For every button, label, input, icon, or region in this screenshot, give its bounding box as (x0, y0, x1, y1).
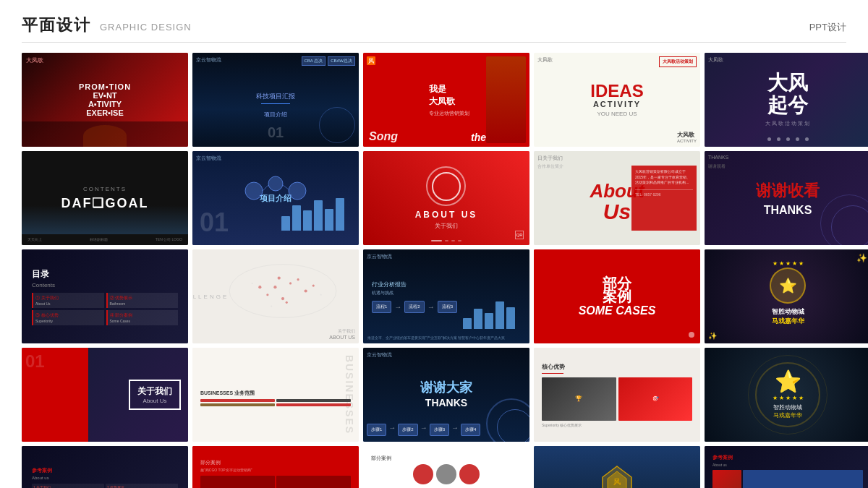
slide-19-img2: 🎯 (652, 395, 659, 402)
slide-9[interactable]: 日关于我们 合作单位简介 About Us 大凤歌营销策划有限公司成立于2015… (534, 151, 700, 245)
slide-5-brand-label: 大凤歌 (708, 56, 723, 64)
slide-4[interactable]: 大风歌 IDEAS ACTIVITY YOU NEED US 大风歌活动策划 大… (534, 53, 700, 147)
slide-21-en: About us (32, 476, 178, 480)
svg-point-1 (268, 176, 283, 191)
slide-19-sub: Superiority 核心优势展示 (542, 423, 692, 427)
slide-4-tagline: YOU NEED US (590, 111, 643, 117)
slide-13-box1: 流程1 (372, 301, 391, 313)
slide-14[interactable]: 部分 案例 SOME CASES (534, 249, 700, 343)
slide-11-title: 目录 (32, 268, 178, 281)
slide-14-cn2: 案例 (579, 290, 656, 303)
slide-21-item2: 2 优势展示 (107, 485, 176, 489)
svg-point-12 (258, 286, 261, 288)
slide-10[interactable]: THANKS 谢谢观看 谢谢收看 THANKS (705, 151, 868, 245)
slide-18-arr2: → (420, 424, 427, 436)
slide-20-stars: ★★★★★ (773, 395, 804, 401)
slide-19-title: 核心优势 (542, 363, 692, 371)
slide-11-num2: ② 优势展示 (110, 295, 176, 301)
header-right: PPT设计 (809, 21, 846, 34)
slide-20-text: 智胜动物城 (773, 403, 804, 411)
slide-10-thanks-cn: 谢谢收看 (756, 180, 820, 202)
svg-point-2 (289, 182, 306, 200)
slide-20[interactable]: ⭐ ★★★★★ 智胜动物城 马戏嘉年华 (705, 348, 868, 442)
slide-13-desc: 推进全市、全产业链的落车是要实现"产业互联"解决方案 智慧客户中心获年度产品大奖 (367, 335, 525, 340)
slide-2-proj: 项目介绍 (264, 111, 287, 141)
header: 平面设计 GRAPHIC DESIGN PPT设计 (22, 14, 846, 36)
slide-23[interactable]: 部分案例 Some Cases 案例展示 (363, 446, 529, 488)
slide-18-en: THANKS (420, 397, 472, 408)
slide-7-brand: 京云智物流 (196, 155, 221, 162)
slide-18-cn: 谢谢大家 (420, 381, 472, 394)
svg-point-10 (281, 297, 284, 300)
slide-6[interactable]: CONTENTS DAF❑GOAL 天天向上 标语副标题 TEN 公司 LOGO (22, 151, 188, 245)
slide-10-thanks-en: THANKS (756, 204, 820, 217)
slide-3-text2: 大凤歌 (429, 95, 469, 108)
slide-23-title: 部分案例 (371, 455, 522, 462)
slide-3-text1: 我是 (429, 83, 469, 95)
divider (22, 42, 846, 43)
slide-2[interactable]: 京云智物流 CBA 总决 CBAW总决 科技项目汇报 01 项目介绍 (192, 53, 359, 147)
slide-15-sparkle1: ✨ (856, 253, 867, 263)
slide-15-star: ⭐ (779, 277, 797, 294)
slide-5[interactable]: 大凤歌 大风 起兮 大凤歌活动策划 (705, 53, 868, 147)
slide-1[interactable]: 大凤歌 PROM▪TION EV▪NT A▪TIVITY EXER▪ISE (22, 53, 188, 147)
slide-4-brand: 大风歌 (537, 56, 553, 64)
slide-11-num1: ① 关于我们 (35, 295, 102, 301)
svg-point-14 (278, 276, 281, 279)
slide-12-about: ABOUT US (329, 335, 355, 340)
slide-12[interactable]: CHALLENGE (192, 249, 359, 343)
svg-line-3 (263, 185, 268, 191)
slide-15[interactable]: ★★★★★ ⭐ 智胜动物城 马戏嘉年华 ✨ ✨ (705, 249, 868, 343)
slide-1-brand: 大凤歌 (26, 56, 43, 64)
slide-16[interactable]: 01 关于我们 About Us (22, 348, 188, 442)
svg-line-4 (283, 185, 289, 189)
slide-11[interactable]: 目录 Contents ① 关于我们 About Us ② 优势展示 Bathr… (22, 249, 188, 343)
slide-grid: 大凤歌 PROM▪TION EV▪NT A▪TIVITY EXER▪ISE 京云… (22, 53, 846, 488)
slide-3[interactable]: 风 我是 大凤歌 专业运动营销策划 Song the (363, 53, 529, 147)
slide-2-brand: 京云智物流 (196, 56, 221, 64)
slide-13-title: 行业分析报告 (372, 281, 521, 288)
slide-16-num: 01 (25, 351, 45, 372)
slide-4-top-brand: 大风歌活动策划 (663, 59, 693, 65)
svg-point-15 (286, 301, 288, 304)
slide-2-subtitle: 科技项目汇报 (256, 92, 295, 101)
title-cn: 平面设计 (22, 14, 91, 36)
slide-15-stars: ★★★★★ (705, 260, 868, 267)
slide-9-content: 大凤歌营销策划有限公司成立于2015年，是一家专注于体育营销、活动策划和品牌推广… (635, 169, 693, 186)
slide-13-box3: 流程3 (438, 301, 457, 313)
slide-15-sparkle2: ✨ (708, 332, 717, 340)
slide-13-arr2: → (427, 303, 435, 311)
slide-10-brand: THANKS (708, 155, 728, 160)
slide-25[interactable]: 参考案例 About us Dafogoal (705, 446, 868, 488)
slide-18-box2: 步骤2 (398, 424, 417, 436)
svg-point-7 (289, 282, 292, 284)
slide-18-brand: 京云智物流 (367, 351, 392, 359)
title-en: GRAPHIC DESIGN (100, 22, 192, 33)
slide-22-title: 部分案例 (200, 459, 351, 466)
slide-11-num4: ④ 部分案例 (110, 312, 176, 319)
slide-17[interactable]: BUSINESSES 业务范围 BUSINESSES (192, 348, 359, 442)
slide-6-info1: 天天向上 (27, 237, 42, 241)
slide-19[interactable]: 核心优势 🏆 🎯 (534, 348, 700, 442)
slide-8[interactable]: ABOUT US 关于我们 QR (363, 151, 529, 245)
slide-6-info3: TEN 公司 LOGO (156, 237, 182, 241)
slide-20-text2: 马戏嘉年华 (773, 411, 804, 419)
slide-25-title: 参考案例 (712, 454, 863, 461)
slide-4-activity: ACTIVITY (590, 100, 643, 108)
slide-24[interactable]: 风 大凤歌 活动策划执行机构 (534, 446, 700, 488)
slide-18[interactable]: 京云智物流 谢谢大家 THANKS 步骤1 → 步骤2 → 步骤3 → 步骤4 (363, 348, 529, 442)
slide-16-text: 关于我们 (137, 385, 172, 398)
slide-5-brand-cn2: 起兮 (765, 95, 811, 117)
slide-7[interactable]: 京云智物流 01 项目介绍 (192, 151, 359, 245)
slide-18-arr: → (388, 424, 396, 436)
slide-22[interactable]: 部分案例 越"商CGO TOP名字运动营销商" photo (192, 446, 359, 488)
slide-11-en1: About Us (35, 301, 102, 306)
slide-3-wind: the (471, 132, 486, 143)
slide-1-line3: A▪TIVITY (79, 100, 131, 108)
slide-19-img1: 🏆 (575, 395, 582, 402)
svg-point-9 (266, 294, 268, 296)
slide-13[interactable]: 京云智物流 行业分析报告 机遇与挑战 流程1 → 流程2 → 流程3 (363, 249, 529, 343)
header-left: 平面设计 GRAPHIC DESIGN (22, 14, 192, 36)
slide-21[interactable]: 参考案例 About us 1 关于我们 About Us 2 优势展示 Bat… (22, 446, 188, 488)
svg-point-17 (320, 294, 322, 296)
